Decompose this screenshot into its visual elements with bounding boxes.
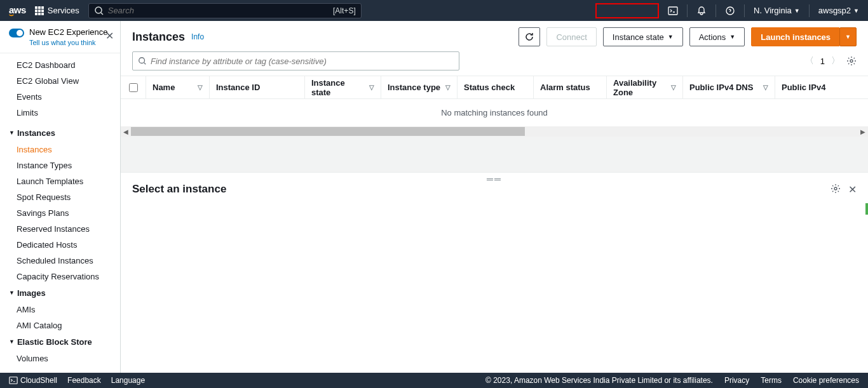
chevron-down-icon: ▼ [9,130,15,136]
search-input[interactable] [108,6,329,15]
sidebar-link[interactable]: Instance Types [0,157,120,173]
notifications-icon[interactable] [696,6,707,16]
cloudshell-icon[interactable] [668,6,678,16]
sort-icon: ▽ [763,84,768,91]
connect-button: Connect [546,27,596,46]
footer-language-link[interactable]: Language [111,376,145,385]
svg-point-0 [95,7,102,13]
sidebar-link[interactable]: Dedicated Hosts [0,237,120,253]
sidebar-group-header[interactable]: ▼Elastic Block Store [0,333,120,351]
services-label: Services [48,6,79,15]
launch-instances-button[interactable]: Launch instances [751,27,840,46]
sidebar-link[interactable]: Events [0,89,120,105]
close-icon[interactable]: ✕ [105,30,114,42]
top-navigation: aws⌣ Services [Alt+S] N. Virginia▼ awsgs… [0,0,868,21]
new-experience-feedback-link[interactable]: Tell us what you think [29,39,108,46]
account-menu[interactable]: awsgsp2▼ [818,6,859,15]
sidebar-link[interactable]: EC2 Global View [0,73,120,89]
sidebar-link[interactable]: Reserved Instances [0,221,120,237]
actions-button[interactable]: Actions▼ [689,27,745,46]
scroll-left-arrow[interactable]: ◀ [121,126,131,137]
sidebar-link[interactable]: Launch Templates [0,173,120,189]
page-number: 1 [820,57,825,66]
sidebar-link[interactable]: Instances [0,142,120,157]
footer-copyright: © 2023, Amazon Web Services India Privat… [485,376,713,385]
footer-terms-link[interactable]: Terms [761,376,782,385]
gear-icon [846,56,857,66]
detail-settings-button[interactable] [831,184,841,196]
page-title: Instances [132,30,185,44]
sort-icon: ▽ [369,84,374,91]
refresh-icon [524,32,534,42]
footer-feedback-link[interactable]: Feedback [67,376,101,385]
instance-state-button[interactable]: Instance state▼ [603,27,683,46]
launch-instances-group: Launch instances ▼ [751,27,857,46]
filter-input[interactable] [151,57,454,66]
sidebar-link[interactable]: EC2 Dashboard [0,57,120,73]
scrollbar-thumb[interactable] [131,127,525,136]
footer: CloudShell Feedback Language © 2023, Ama… [0,373,868,388]
sidebar-link[interactable]: Capacity Reservations [0,269,120,284]
sidebar-group-header[interactable]: ▼Images [0,284,120,302]
search-icon [138,57,147,65]
filter-input-wrapper[interactable] [132,51,459,70]
footer-privacy-link[interactable]: Privacy [724,376,749,385]
svg-rect-2 [668,7,677,15]
caret-down-icon: ▼ [729,34,735,40]
grid-icon [35,6,44,15]
caret-down-icon: ▼ [668,34,674,40]
page-header: Instances Info Connect Instance state▼ A… [121,21,868,51]
column-header[interactable]: Availability Zone▽ [607,76,683,98]
sidebar-link[interactable]: Scheduled Instances [0,253,120,269]
column-header[interactable]: Public IPv4 DNS▽ [683,76,775,98]
next-page-button[interactable]: 〉 [831,55,840,67]
svg-point-7 [834,187,837,190]
column-header[interactable]: Status check [458,76,534,98]
chevron-down-icon: ▼ [9,290,15,296]
sidebar-link[interactable]: Savings Plans [0,205,120,221]
column-header[interactable]: Instance state▽ [305,76,381,98]
new-experience-title: New EC2 Experience [29,27,108,37]
region-selector[interactable]: N. Virginia▼ [754,6,800,15]
footer-cloudshell-button[interactable]: CloudShell [9,376,57,385]
sidebar-group-header[interactable]: ▼Instances [0,124,120,142]
sidebar-link[interactable]: AMI Catalog [0,318,120,333]
sidebar-link[interactable]: Limits [0,105,120,121]
aws-logo[interactable]: aws⌣ [9,4,26,17]
scroll-right-arrow[interactable]: ▶ [858,126,868,137]
prev-page-button[interactable]: 〈 [805,55,814,67]
sidebar-link[interactable]: Volumes [0,351,120,366]
refresh-button[interactable] [519,27,540,46]
info-link[interactable]: Info [191,32,204,41]
chevron-down-icon: ▼ [9,338,15,345]
column-header[interactable]: Public IPv4 [775,76,832,98]
svg-line-5 [144,63,146,65]
detail-close-button[interactable]: ✕ [848,184,857,196]
sidebar: New EC2 Experience Tell us what you thin… [0,21,121,373]
table-settings-button[interactable] [846,56,857,66]
pagination: 〈 1 〉 [805,55,857,67]
footer-cookie-link[interactable]: Cookie preferences [793,376,859,385]
column-header[interactable]: Name▽ [146,76,210,98]
sidebar-link[interactable]: Spot Requests [0,189,120,205]
services-menu-button[interactable]: Services [35,6,79,15]
caret-down-icon: ▼ [794,8,800,14]
launch-instances-dropdown[interactable]: ▼ [839,27,857,46]
no-results-message: No matching instances found [121,99,868,126]
column-header[interactable]: Alarm status [534,76,607,98]
select-all-checkbox[interactable] [129,83,138,92]
search-icon [94,6,104,16]
global-search[interactable]: [Alt+S] [88,3,362,18]
main-content: Instances Info Connect Instance state▼ A… [121,21,868,373]
help-icon[interactable] [725,6,735,16]
column-header[interactable]: Instance ID [210,76,305,98]
horizontal-scrollbar[interactable]: ◀ ▶ [121,126,868,137]
sidebar-link[interactable]: AMIs [0,302,120,318]
new-experience-toggle[interactable] [9,29,24,37]
detail-panel-title: Select an instance [132,183,226,196]
new-experience-banner: New EC2 Experience Tell us what you thin… [0,21,120,53]
panel-drag-handle[interactable]: ══ [487,174,502,184]
caret-down-icon: ▼ [853,8,859,14]
column-header[interactable]: Instance type▽ [381,76,458,98]
svg-point-4 [139,58,145,64]
